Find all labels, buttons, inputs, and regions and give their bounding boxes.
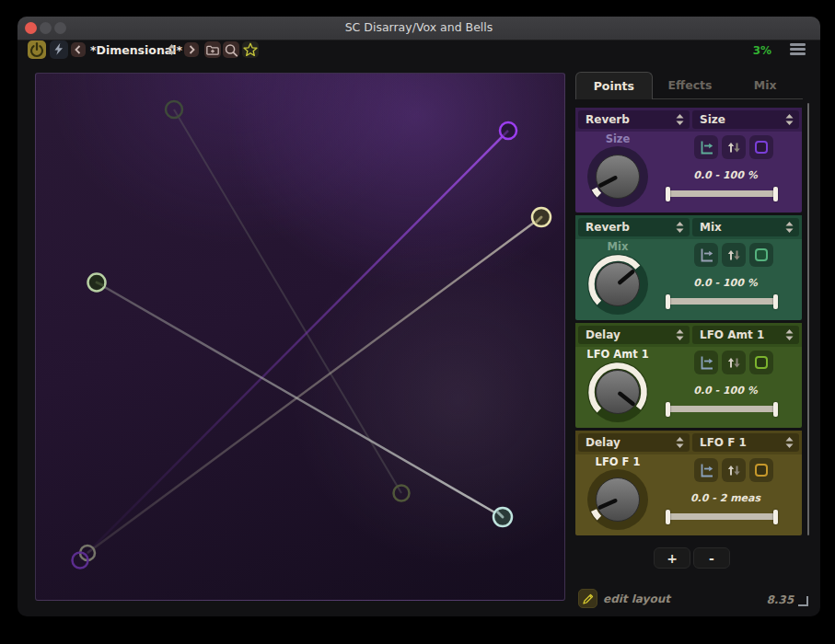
axis-arrow-icon <box>698 354 714 371</box>
swatch-square-icon <box>753 139 770 155</box>
invert-direction-button[interactable] <box>722 351 746 374</box>
up-down-arrows-icon <box>725 462 742 478</box>
pad-connection-line <box>87 217 541 553</box>
range-slider[interactable] <box>666 186 778 202</box>
edit-layout-button[interactable] <box>578 589 597 608</box>
panel-header: ReverbSize <box>575 108 802 132</box>
star-icon <box>242 40 259 59</box>
knob[interactable] <box>583 249 653 319</box>
target-dropdown[interactable]: Delay <box>578 326 690 344</box>
invert-direction-button[interactable] <box>722 458 746 482</box>
edit-layout-label[interactable]: edit layout <box>603 592 670 605</box>
pad-connection-line <box>80 131 508 560</box>
color-swatch-button[interactable] <box>749 458 773 482</box>
next-preset-button[interactable] <box>184 42 199 57</box>
chevron-left-icon <box>75 45 82 54</box>
desktop: { "window": { "title": "SC Disarray/Vox … <box>0 0 835 644</box>
dropdown-label: LFO F 1 <box>692 436 785 449</box>
slider-track[interactable] <box>667 513 776 520</box>
range-slider[interactable] <box>666 401 778 418</box>
target-dropdown[interactable]: Delay <box>578 433 690 452</box>
module-panel: DelayLFO F 1LFO F 10.0 - 2 meas <box>575 431 802 535</box>
slider-handle-min[interactable] <box>666 187 670 201</box>
slider-track[interactable] <box>667 406 776 412</box>
xy-pad[interactable] <box>35 73 565 601</box>
axis-arrow-icon <box>698 462 714 478</box>
swatch-square-icon <box>753 354 770 371</box>
slider-handle-min[interactable] <box>666 402 670 417</box>
menu-button[interactable] <box>790 43 806 55</box>
tab-mix[interactable]: Mix <box>727 72 803 98</box>
panel-header: DelayLFO Amt 1 <box>575 323 802 347</box>
param-dropdown[interactable]: Mix <box>692 218 799 236</box>
module-panel: DelayLFO Amt 1LFO Amt 10.0 - 100 % <box>575 323 802 428</box>
axis-output-button[interactable] <box>694 243 718 267</box>
axis-output-button[interactable] <box>694 458 718 482</box>
tab-points[interactable]: Points <box>575 72 653 99</box>
target-dropdown[interactable]: Reverb <box>578 110 690 129</box>
up-down-arrows-icon <box>725 247 742 263</box>
chevron-updown-icon <box>676 328 690 341</box>
slider-track[interactable] <box>667 190 776 197</box>
cpu-meter: 3% <box>735 44 771 57</box>
resize-handle[interactable] <box>798 596 808 606</box>
dropdown-label: Reverb <box>578 113 676 126</box>
bypass-button[interactable] <box>50 40 68 59</box>
color-swatch-button[interactable] <box>749 243 773 267</box>
invert-direction-button[interactable] <box>722 135 746 159</box>
swatch-square-icon <box>753 247 770 263</box>
title-bar[interactable]: SC Disarray/Vox and Bells <box>17 17 820 40</box>
favorite-button[interactable] <box>242 41 259 58</box>
param-dropdown[interactable]: LFO F 1 <box>692 433 799 452</box>
slider-handle-max[interactable] <box>773 294 778 309</box>
chevron-updown-icon <box>168 43 176 56</box>
slider-handle-max[interactable] <box>773 510 778 524</box>
prev-preset-button[interactable] <box>71 42 86 57</box>
panel-header: ReverbMix <box>575 215 802 239</box>
hamburger-icon <box>790 43 806 46</box>
pad-point[interactable] <box>500 122 516 139</box>
chevron-right-icon <box>188 45 195 54</box>
color-swatch-button[interactable] <box>749 351 773 374</box>
add-point-button[interactable]: + <box>654 547 690 569</box>
knob[interactable] <box>583 142 653 212</box>
range-readout: 0.0 - 100 % <box>664 169 787 181</box>
param-dropdown[interactable]: LFO Amt 1 <box>692 326 799 344</box>
param-dropdown[interactable]: Size <box>692 110 799 129</box>
preset-stepper[interactable] <box>166 42 177 57</box>
range-slider[interactable] <box>666 293 778 310</box>
axis-output-button[interactable] <box>694 351 718 374</box>
plugin-window: SC Disarray/Vox and Bells *Dimensional* <box>17 17 820 616</box>
save-preset-button[interactable] <box>204 41 221 58</box>
right-panel-tabs: PointsEffectsMix <box>575 72 803 99</box>
slider-handle-max[interactable] <box>773 187 778 201</box>
color-swatch-button[interactable] <box>749 135 773 159</box>
axis-output-button[interactable] <box>694 135 718 159</box>
range-slider[interactable] <box>666 509 778 525</box>
swatch-square-icon <box>753 462 770 478</box>
module-panel: ReverbMixMix0.0 - 100 % <box>575 215 802 320</box>
window-title: SC Disarray/Vox and Bells <box>17 20 820 34</box>
knob[interactable] <box>583 465 653 535</box>
slider-track[interactable] <box>667 298 776 305</box>
folder-plus-icon <box>204 41 221 59</box>
power-button[interactable] <box>28 40 46 59</box>
dropdown-label: Reverb <box>578 221 676 234</box>
target-dropdown[interactable]: Reverb <box>578 218 690 236</box>
slider-handle-max[interactable] <box>773 402 778 417</box>
mapping-icons <box>694 351 773 374</box>
mapping-icons <box>694 458 773 482</box>
knob[interactable] <box>583 357 653 427</box>
slider-handle-min[interactable] <box>666 294 670 309</box>
slider-handle-min[interactable] <box>666 510 670 524</box>
remove-point-button[interactable]: - <box>693 547 730 569</box>
tab-effects[interactable]: Effects <box>653 72 728 98</box>
range-readout: 0.0 - 2 meas <box>664 492 787 504</box>
chevron-updown-icon <box>785 436 799 449</box>
invert-direction-button[interactable] <box>722 243 746 267</box>
search-preset-button[interactable] <box>223 41 239 58</box>
search-icon <box>223 41 239 59</box>
version-label: 8.35 <box>745 593 794 606</box>
panel-scrollbar[interactable] <box>807 103 809 535</box>
dropdown-label: Delay <box>578 328 676 341</box>
